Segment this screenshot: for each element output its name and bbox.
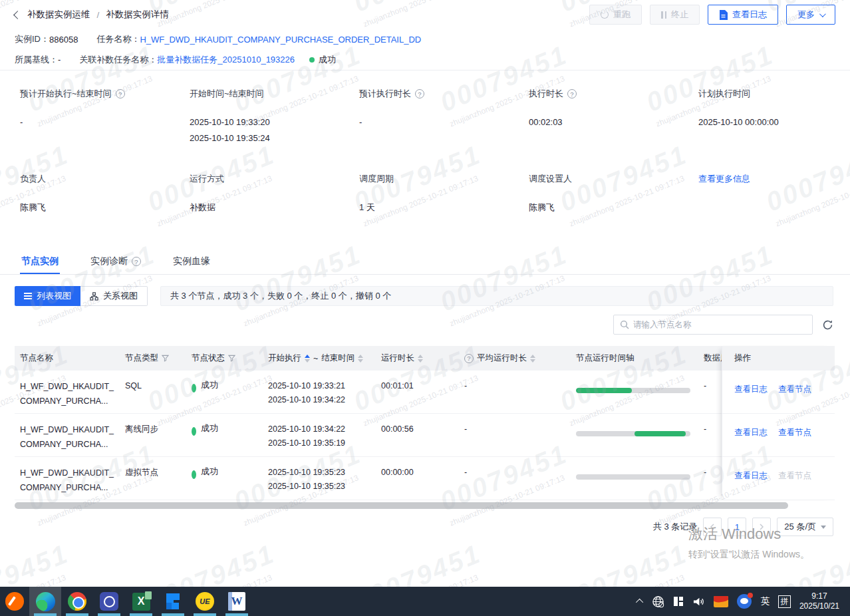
cell-duration: 00:01:01 [376,371,459,413]
related-task-link[interactable]: 批量补数据任务_20251010_193226 [157,54,295,66]
wecom-tray-icon[interactable] [737,594,752,609]
excel-icon: X [132,593,150,611]
cell-node-status: 成功 [186,371,263,413]
view-log-button[interactable]: 查看日志 [708,5,778,25]
node-summary-bar: 共 3 个节点，成功 3 个，失败 0 个，终止 0 个，撤销 0 个 [160,286,833,306]
search-input[interactable] [633,320,806,329]
taskbar-app-ultraedit[interactable]: UE [189,587,221,616]
node-table: 节点名称 节点类型 节点状态 开始执行 ~ 结束时间 运行时长 平均运行时长 节… [15,346,835,500]
horizontal-scrollbar [15,502,823,509]
cell-quality: - [698,457,722,500]
info-row-1: 预计开始执行~结束时间 - 开始时间~结束时间 2025-10-10 19:33… [20,88,835,146]
task-name-link[interactable]: H_WF_DWD_HKAUDIT_COMPANY_PURCHASE_ORDER_… [140,35,421,45]
ime-mode-indicator[interactable]: 拼 [778,595,791,608]
table-header: 节点名称 节点类型 节点状态 开始执行 ~ 结束时间 运行时长 平均运行时长 节… [15,346,835,371]
taskbar-app-edge[interactable] [29,587,61,616]
refresh-icon[interactable] [822,319,833,331]
mail-app-icon[interactable] [714,596,728,607]
info-card-schedule-cycle: 调度周期 1 天 [359,173,529,216]
taskbar-app-excel[interactable]: X [125,587,157,616]
col-quality: 数据质 [698,346,722,371]
tab-node-instance[interactable]: 节点实例 [20,250,60,274]
ime-language-indicator[interactable]: 英 [760,595,770,607]
cell-start-end: 2025-10-10 19:34:222025-10-10 19:35:19 [263,414,376,456]
cell-node-status: 成功 [186,457,263,500]
action-cell: 查看日志 查看节点 [722,457,835,500]
taskbar-app-messenger[interactable] [93,587,125,616]
cell-timeline [571,371,698,413]
info-value: - [20,114,190,130]
view-node-link[interactable]: 查看节点 [778,384,811,413]
tray-expand-button[interactable] [638,599,643,604]
taskbar-app-chrome[interactable] [61,587,93,616]
col-timeline: 节点运行时间轴 [571,346,698,371]
status-text: 成功 [319,54,336,66]
help-icon[interactable] [567,89,577,98]
view-log-link[interactable]: 查看日志 [734,427,768,456]
taskbar-clock[interactable]: 9:17 2025/10/21 [799,591,842,611]
system-tray: 英 拼 9:17 2025/10/21 [638,591,850,611]
volume-icon[interactable] [692,596,705,607]
document-icon [719,10,728,20]
sort-icon[interactable] [418,355,423,363]
info-card-planned-time: 计划执行时间 2025-10-10 00:00:00 [698,88,835,146]
filter-icon[interactable] [228,355,235,362]
filter-icon[interactable] [162,355,169,362]
info-card-duration: 执行时长 00:02:03 [529,88,698,146]
col-avg-duration: 平均运行时长 [459,346,571,371]
cell-avg-duration: - [459,414,571,456]
view-node-link[interactable]: 查看节点 [778,427,811,456]
taskbar-app-blue-f[interactable] [157,587,189,616]
taskbar-app-word[interactable]: W [221,587,253,616]
help-icon[interactable] [464,354,474,363]
network-status-icon[interactable] [652,595,664,608]
page-header: 补数据实例运维 / 补数据实例详情 重跑 终止 查看日志 更多 实例ID： 88… [0,0,850,71]
help-icon[interactable] [415,89,424,98]
help-icon[interactable] [116,89,125,98]
cell-node-name: H_WF_DWD_HKAUDIT_COMPANY_PURCHA... [15,371,120,413]
view-more-info-link[interactable]: 查看更多信息 [698,173,750,185]
cell-start-end: 2025-10-10 19:33:212025-10-10 19:34:22 [263,371,376,413]
instance-id-value: 886058 [49,35,78,45]
col-start-end: 开始执行 ~ 结束时间 [263,346,376,371]
sort-icon[interactable] [358,355,363,363]
more-button[interactable]: 更多 [786,5,835,25]
window-tiles-icon[interactable] [673,596,684,607]
view-log-link[interactable]: 查看日志 [734,470,768,500]
info-label: 运行方式 [190,173,224,185]
breadcrumb-parent[interactable]: 补数据实例运维 [27,9,90,21]
blue-f-app-icon [164,592,182,611]
cell-node-name: H_WF_DWD_HKAUDIT_COMPANY_PURCHA... [15,457,120,500]
scrollbar-thumb[interactable] [15,502,788,509]
rerun-button[interactable]: 重跑 [589,5,642,25]
view-log-link[interactable]: 查看日志 [734,384,768,413]
terminate-button[interactable]: 终止 [650,5,700,25]
taskbar-app-pen[interactable] [0,587,29,616]
info-card-expected-duration: 预计执行时长 - [359,88,529,146]
action-column: 操作 查看日志 查看节点 查看日志 查看节点 查看日志 查看节点 [722,346,835,500]
baseline-value: - [58,55,61,65]
status-dot [192,384,196,392]
related-task-label: 关联补数任务名称： [79,54,157,66]
list-view-button[interactable]: 列表视图 [15,286,80,306]
activation-subtitle: 转到“设置”以激活 Windows。 [688,549,809,561]
tab-instance-lineage[interactable]: 实例血缘 [172,250,212,274]
info-card-start-end: 开始时间~结束时间 2025-10-10 19:33:20 2025-10-10… [190,88,359,146]
help-icon [132,257,141,266]
clock-date: 2025/10/21 [799,601,839,611]
back-icon[interactable] [13,11,22,19]
sort-icon[interactable] [530,355,535,363]
view-switcher: 列表视图 关系视图 [15,286,148,306]
info-value: 1 天 [359,200,529,216]
breadcrumb: 补数据实例运维 / 补数据实例详情 [15,9,169,21]
relation-view-button[interactable]: 关系视图 [80,286,148,306]
cell-node-name: H_WF_DWD_HKAUDIT_COMPANY_PURCHA... [15,414,120,456]
tab-instance-diagnose[interactable]: 实例诊断 [89,250,142,274]
word-icon: W [228,592,245,611]
sort-icon[interactable] [305,355,310,363]
info-card-owner: 负责人 陈腾飞 [20,173,190,216]
info-value: 2025-10-10 19:35:24 [190,130,359,146]
status-dot [192,427,196,436]
table-row: H_WF_DWD_HKAUDIT_COMPANY_PURCHA... SQL 成… [15,371,835,414]
cell-node-type: 虚拟节点 [120,457,186,500]
